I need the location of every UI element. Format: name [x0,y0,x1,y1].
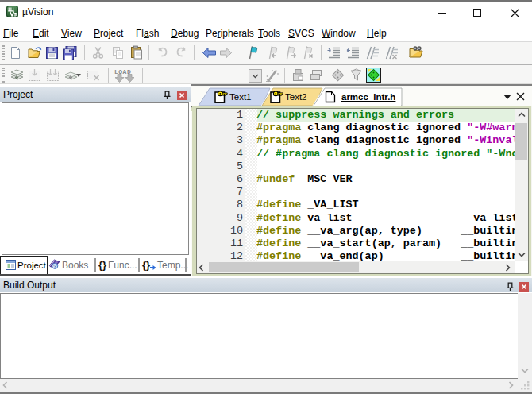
svg-text:?: ? [53,263,57,270]
